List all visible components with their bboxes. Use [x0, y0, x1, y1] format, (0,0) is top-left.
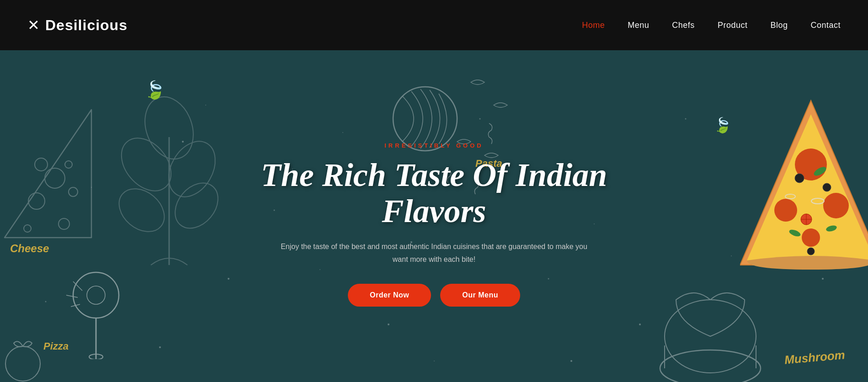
svg-point-29 — [35, 158, 48, 171]
svg-point-42 — [823, 193, 849, 218]
svg-line-64 — [66, 295, 78, 297]
svg-point-43 — [802, 228, 820, 247]
nav-link-home[interactable]: Home — [582, 21, 605, 30]
logo-text: Desilicious — [45, 17, 128, 34]
svg-marker-23 — [5, 110, 91, 238]
svg-point-24 — [28, 193, 45, 209]
nav-link-chefs[interactable]: Chefs — [672, 21, 695, 30]
pizza-label: Pizza — [43, 340, 69, 352]
svg-point-60 — [87, 286, 105, 304]
navbar: ✕ Desilicious Home Menu Chefs Product Bl… — [0, 0, 868, 50]
nav-item-contact[interactable]: Contact — [810, 21, 841, 30]
hero-buttons: Order Now Our Menu — [251, 284, 617, 307]
hero-section: 🍃 🍃 Pasta — [0, 50, 868, 382]
nav-item-chefs[interactable]: Chefs — [672, 21, 695, 30]
nav-link-blog[interactable]: Blog — [770, 21, 788, 30]
nav-link-menu[interactable]: Menu — [628, 21, 649, 30]
nav-item-home[interactable]: Home — [582, 21, 605, 30]
svg-point-41 — [774, 199, 797, 222]
svg-point-59 — [73, 272, 119, 318]
nav-item-menu[interactable]: Menu — [628, 21, 649, 30]
nav-link-contact[interactable]: Contact — [810, 21, 841, 30]
svg-point-33 — [112, 128, 181, 200]
our-menu-button[interactable]: Our Menu — [440, 284, 520, 307]
logo[interactable]: ✕ Desilicious — [27, 16, 128, 34]
nav-item-product[interactable]: Product — [718, 21, 748, 30]
svg-point-25 — [59, 218, 69, 229]
svg-point-28 — [69, 187, 78, 196]
logo-icon: ✕ — [27, 16, 40, 34]
svg-point-44 — [795, 174, 804, 183]
hero-description: Enjoy the taste of the best and most aut… — [274, 240, 594, 265]
nav-link-product[interactable]: Product — [718, 21, 748, 30]
svg-point-45 — [823, 183, 831, 191]
nav-item-blog[interactable]: Blog — [770, 21, 788, 30]
hero-tagline: IRRESISTIBLY GOOD — [251, 142, 617, 149]
food-sketch-bottom-right — [653, 277, 767, 382]
svg-point-46 — [807, 248, 815, 255]
cheese-label: Cheese — [10, 242, 49, 255]
leaf-decoration-2: 🍃 — [714, 117, 732, 134]
order-now-button[interactable]: Order Now — [348, 284, 431, 307]
hero-title: The Rich Taste Of Indian Flavors — [251, 157, 617, 229]
hero-content: IRRESISTIBLY GOOD The Rich Taste Of Indi… — [251, 142, 617, 307]
svg-point-36 — [166, 175, 227, 237]
svg-point-55 — [660, 350, 761, 382]
cheese-sketch — [0, 87, 96, 251]
svg-point-30 — [65, 161, 72, 168]
herb-sketch — [105, 91, 233, 274]
svg-point-26 — [45, 168, 65, 188]
pizza-slice-illustration — [740, 96, 868, 270]
tomato-sketch — [0, 336, 46, 382]
leaf-decoration-1: 🍃 — [144, 80, 165, 100]
svg-point-27 — [24, 225, 31, 232]
svg-point-66 — [5, 346, 40, 381]
nav-links: Home Menu Chefs Product Blog Contact — [582, 21, 841, 30]
